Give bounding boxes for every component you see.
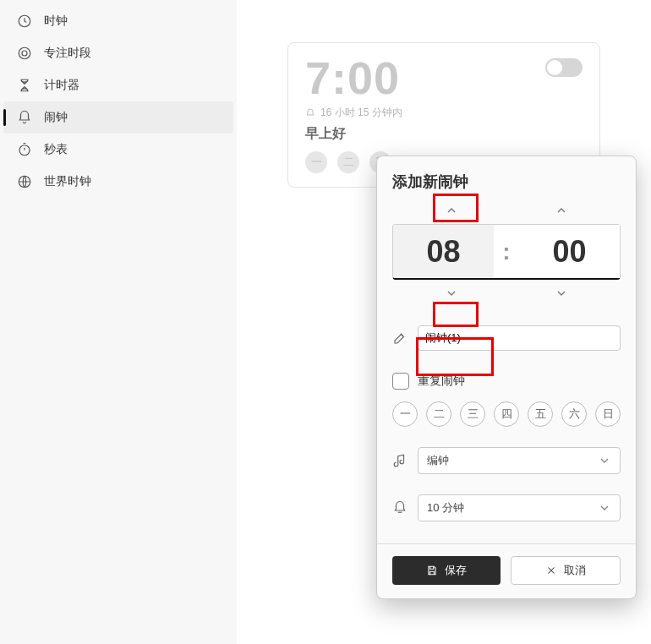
sidebar-item-focus[interactable]: 专注时段 (3, 37, 233, 69)
alarm-time: 7:00 (305, 55, 583, 101)
day-toggle-sun[interactable]: 日 (595, 401, 621, 427)
chevron-down-icon (598, 501, 611, 515)
alarm-name-input[interactable] (418, 325, 621, 351)
sidebar-item-label: 秒表 (44, 142, 220, 157)
dialog-buttons: 保存 取消 (392, 556, 621, 585)
alarm-toggle[interactable] (545, 58, 583, 77)
app-root: 时钟 专注时段 计时器 闹钟 (0, 0, 651, 644)
svg-point-1 (19, 47, 30, 59)
day-toggle-wed[interactable]: 三 (460, 401, 485, 427)
spinner-bottom-row (392, 283, 621, 303)
sidebar: 时钟 专注时段 计时器 闹钟 (0, 0, 237, 644)
music-note-icon (392, 453, 408, 468)
sidebar-item-label: 计时器 (44, 78, 220, 93)
hour-up-button[interactable] (435, 200, 468, 221)
nav-list: 时钟 专注时段 计时器 闹钟 (0, 5, 237, 198)
globe-icon (17, 174, 32, 189)
clock-icon (17, 14, 32, 29)
save-icon (426, 565, 438, 576)
close-icon (545, 565, 557, 576)
save-button-label: 保存 (445, 563, 467, 578)
cancel-button-label: 取消 (564, 563, 586, 578)
day-toggle-mon[interactable]: 一 (392, 401, 418, 427)
snooze-icon (392, 500, 408, 516)
days-row: 一 二 三 四 五 六 日 (392, 401, 621, 427)
spinner-top-row (392, 200, 621, 221)
dialog-separator (377, 543, 636, 544)
dialog-title: 添加新闹钟 (392, 172, 621, 192)
minute-down-button[interactable] (544, 283, 578, 303)
sound-select-value: 编钟 (427, 453, 449, 468)
sound-row: 编钟 (392, 447, 621, 474)
minute-up-button[interactable] (544, 200, 578, 221)
stopwatch-icon (17, 142, 32, 157)
sidebar-item-clock[interactable]: 时钟 (3, 5, 233, 37)
focus-icon (17, 46, 32, 61)
day-chip: 一 (305, 151, 327, 173)
name-field-row (392, 325, 621, 351)
hour-down-button[interactable] (435, 283, 468, 303)
snooze-select[interactable]: 10 分钟 (418, 494, 621, 521)
repeat-row: 重复闹钟 (392, 373, 621, 390)
sidebar-item-timer[interactable]: 计时器 (3, 69, 233, 101)
alarm-remaining: 16 小时 15 分钟内 (320, 106, 402, 120)
save-button[interactable]: 保存 (392, 556, 501, 585)
sound-select[interactable]: 编钟 (418, 447, 621, 474)
snooze-row: 10 分钟 (392, 494, 621, 521)
sidebar-item-label: 闹钟 (44, 110, 220, 125)
bell-small-icon (305, 108, 315, 118)
minute-input[interactable]: 00 (519, 225, 620, 278)
time-picker: 08 : 00 (392, 224, 621, 280)
hour-input[interactable]: 08 (393, 225, 494, 278)
repeat-label: 重复闹钟 (418, 374, 465, 389)
sidebar-item-worldclock[interactable]: 世界时钟 (3, 166, 233, 198)
chevron-down-icon (598, 454, 611, 467)
svg-point-2 (22, 51, 27, 56)
time-colon: : (494, 238, 519, 265)
sidebar-item-stopwatch[interactable]: 秒表 (3, 134, 233, 166)
day-toggle-sat[interactable]: 六 (561, 401, 587, 427)
add-alarm-dialog: 添加新闹钟 08 : 00 重复闹钟 一 二 三 四 (376, 156, 637, 599)
day-toggle-tue[interactable]: 二 (426, 401, 451, 427)
day-toggle-fri[interactable]: 五 (528, 401, 553, 427)
day-toggle-thu[interactable]: 四 (494, 401, 519, 427)
sidebar-item-alarm[interactable]: 闹钟 (3, 101, 233, 134)
sidebar-item-label: 时钟 (44, 14, 220, 29)
alarm-title: 早上好 (305, 125, 583, 143)
day-chip: 二 (337, 151, 359, 173)
bell-icon (17, 110, 32, 125)
cancel-button[interactable]: 取消 (511, 556, 621, 585)
annotation-highlight (433, 302, 479, 327)
sidebar-item-label: 专注时段 (44, 46, 220, 61)
snooze-select-value: 10 分钟 (427, 500, 464, 516)
alarm-remaining-row: 16 小时 15 分钟内 (305, 106, 583, 120)
repeat-checkbox[interactable] (392, 373, 409, 390)
sidebar-item-label: 世界时钟 (44, 174, 220, 189)
edit-icon (392, 330, 408, 346)
hourglass-icon (17, 78, 32, 93)
